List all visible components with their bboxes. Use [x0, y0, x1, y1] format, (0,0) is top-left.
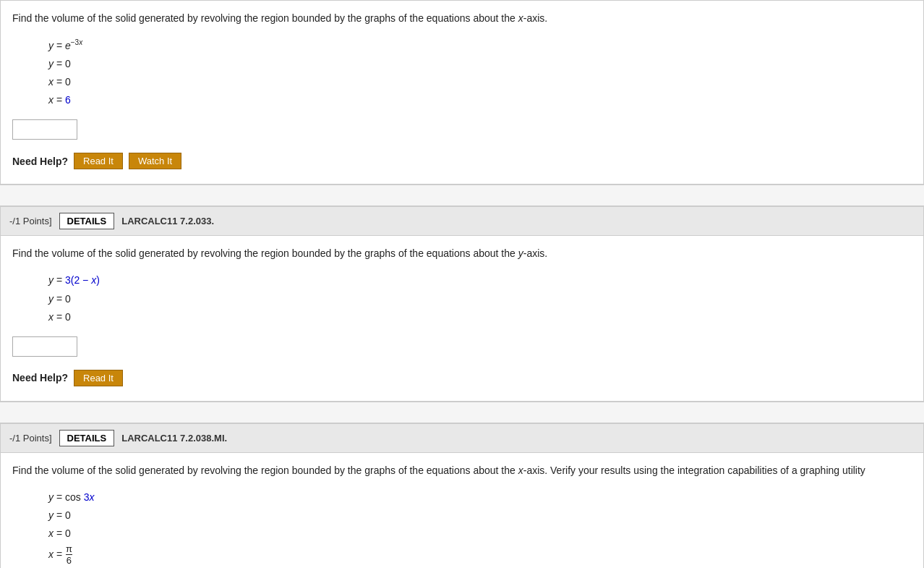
watch-it-button-1[interactable]: Watch It	[129, 153, 181, 169]
problem-text-1: Find the volume of the solid generated b…	[12, 11, 912, 26]
fraction-pi-6: π6	[66, 543, 72, 567]
eq-2-3: x = 0	[48, 308, 912, 326]
eq-1-4: x = 6	[48, 91, 912, 109]
problem-id-2: LARCALC11 7.2.033.	[121, 216, 214, 226]
equations-3: y = cos 3x y = 0 x = 0 x = π6	[48, 488, 912, 567]
eq-3-2: y = 0	[48, 506, 912, 525]
problem-section-1: Find the volume of the solid generated b…	[0, 0, 924, 185]
problem-body-1: Find the volume of the solid generated b…	[1, 1, 923, 184]
eq-2-2: y = 0	[48, 290, 912, 308]
need-help-label-2: Need Help?	[12, 372, 68, 383]
details-button-3[interactable]: DETAILS	[59, 430, 115, 446]
axis-var-2: y	[518, 247, 523, 259]
eq-3-1: y = cos 3x	[48, 488, 912, 506]
equations-1: y = e−3x y = 0 x = 0 x = 6	[48, 36, 912, 109]
need-help-label-1: Need Help?	[12, 156, 68, 167]
answer-input-2[interactable]	[12, 336, 77, 357]
problem-body-3: Find the volume of the solid generated b…	[1, 453, 923, 568]
read-it-button-1[interactable]: Read It	[74, 153, 123, 169]
details-button-2[interactable]: DETAILS	[59, 213, 115, 229]
problem-section-2: -/1 Points] DETAILS LARCALC11 7.2.033. F…	[0, 206, 924, 402]
eq-1-3: x = 0	[48, 73, 912, 91]
spacer-1	[0, 185, 924, 206]
eq-3-1-val: 3x	[84, 491, 95, 503]
points-label-2: -/1 Points]	[9, 216, 52, 226]
eq-1-2: y = 0	[48, 55, 912, 73]
section-header-3: -/1 Points] DETAILS LARCALC11 7.2.038.MI…	[1, 424, 923, 453]
eq-2-1: y = 3(2 − x)	[48, 271, 912, 289]
eq-3-3: x = 0	[48, 525, 912, 543]
need-help-row-2: Need Help? Read It	[12, 370, 912, 386]
eq-1-4-val: 6	[65, 94, 71, 106]
problem-text-3: Find the volume of the solid generated b…	[12, 463, 912, 478]
points-label-3: -/1 Points]	[9, 433, 52, 444]
equations-2: y = 3(2 − x) y = 0 x = 0	[48, 271, 912, 326]
problem-section-3: -/1 Points] DETAILS LARCALC11 7.2.038.MI…	[0, 423, 924, 568]
section-header-2: -/1 Points] DETAILS LARCALC11 7.2.033.	[1, 207, 923, 236]
eq-3-4: x = π6	[48, 543, 912, 567]
read-it-button-2[interactable]: Read It	[74, 370, 123, 386]
eq-2-1-val: 3(2 − x)	[65, 274, 100, 286]
answer-input-1[interactable]	[12, 119, 77, 140]
problem-body-2: Find the volume of the solid generated b…	[1, 236, 923, 401]
problem-id-3: LARCALC11 7.2.038.MI.	[121, 433, 227, 444]
axis-var-1: x	[518, 12, 523, 24]
axis-var-3: x	[518, 465, 523, 476]
problem-text-2: Find the volume of the solid generated b…	[12, 246, 912, 261]
spacer-2	[0, 402, 924, 423]
need-help-row-1: Need Help? Read It Watch It	[12, 153, 912, 169]
eq-1-1: y = e−3x	[48, 36, 912, 55]
